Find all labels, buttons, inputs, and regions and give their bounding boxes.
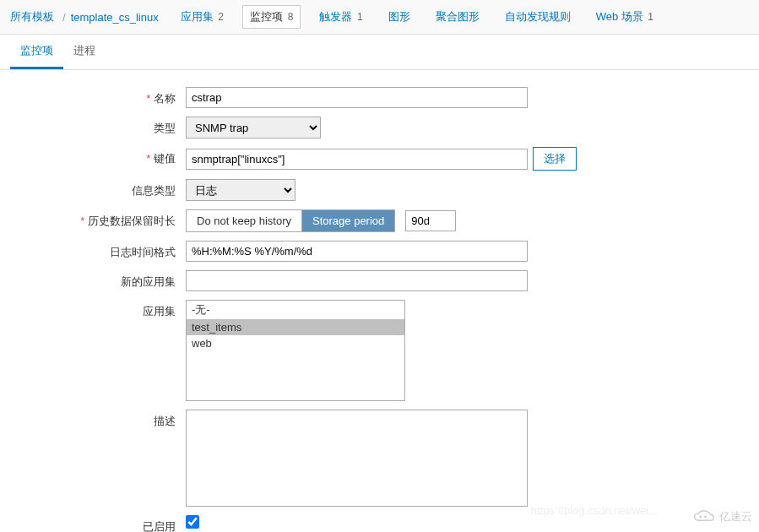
name-label: 名称 [17,87,186,106]
top-nav: 所有模板 / template_cs_linux 应用集 2 监控项 8 触发器… [0,0,759,35]
watermark-blog: https://blog.csdn.net/wei... [531,504,658,517]
breadcrumb-template-name[interactable]: template_cs_linux [71,11,159,24]
newapp-input[interactable] [186,270,528,291]
breadcrumb-separator: / [62,11,66,24]
history-value-input[interactable] [405,210,456,231]
key-label: 键值 [17,147,186,166]
list-item[interactable]: web [187,335,404,351]
form-area: 名称 类型 SNMP trap 键值 选择 信息类型 日志 历史数据保留时长 D… [0,70,759,532]
nav-screens[interactable]: 聚合图形 [429,6,486,28]
info-type-label: 信息类型 [17,179,186,198]
logtime-input[interactable] [186,241,528,262]
enabled-checkbox[interactable] [186,515,199,529]
history-label: 历史数据保留时长 [17,209,186,229]
key-select-button[interactable]: 选择 [533,147,577,171]
breadcrumb-all-templates[interactable]: 所有模板 [10,9,54,24]
svg-point-1 [704,516,707,518]
newapp-label: 新的应用集 [17,270,186,290]
list-item[interactable]: -无- [187,301,404,319]
history-toggle-group: Do not keep history Storage period [186,209,395,232]
nav-triggers[interactable]: 触发器 1 [312,6,369,28]
info-type-select[interactable]: 日志 [186,179,295,201]
sub-nav: 监控项 进程 [0,35,759,70]
key-input[interactable] [186,149,528,170]
desc-label: 描述 [17,410,186,429]
type-label: 类型 [17,117,186,136]
history-no-keep[interactable]: Do not keep history [187,210,302,231]
desc-textarea[interactable] [186,410,528,507]
nav-items[interactable]: 监控项 8 [242,5,301,29]
nav-web[interactable]: Web 场景 1 [589,6,660,28]
list-item[interactable]: test_items [187,319,404,335]
cloud-icon [692,508,716,525]
nav-applications[interactable]: 应用集 2 [174,6,230,28]
apps-label: 应用集 [17,300,186,319]
logtime-label: 日志时间格式 [17,241,186,260]
tab-process[interactable]: 进程 [63,35,106,69]
svg-point-0 [699,516,702,518]
nav-graphs[interactable]: 图形 [382,6,417,28]
name-input[interactable] [186,87,528,108]
tab-item[interactable]: 监控项 [10,35,63,69]
nav-discovery[interactable]: 自动发现规则 [498,6,577,28]
history-storage-period[interactable]: Storage period [302,210,394,231]
type-select[interactable]: SNMP trap [186,117,321,138]
watermark-brand: 亿速云 [692,508,752,525]
enabled-label: 已启用 [17,515,186,532]
apps-listbox[interactable]: -无- test_items web [186,300,405,401]
